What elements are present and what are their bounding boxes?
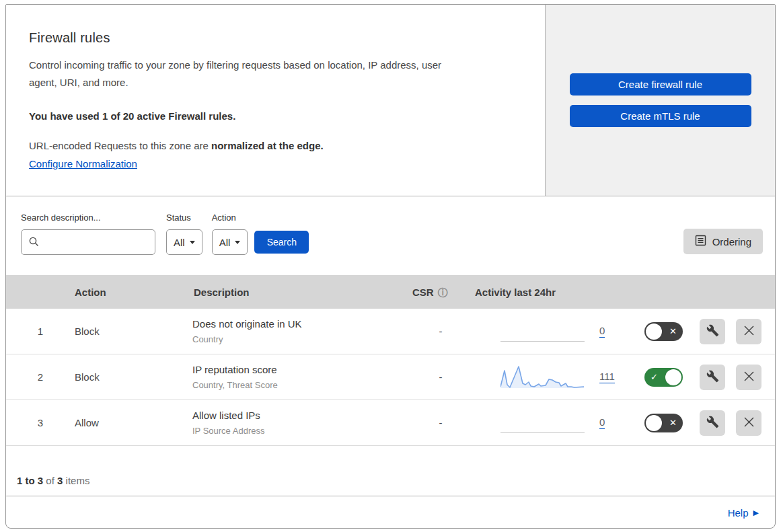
- edit-cell: [700, 319, 736, 344]
- search-label: Search description...: [21, 213, 155, 223]
- delete-cell: [736, 410, 775, 436]
- edit-cell: [700, 365, 736, 390]
- activity-sparkline: [500, 365, 585, 389]
- activity-sparkline-empty: [500, 411, 585, 435]
- firewall-rules-card: Firewall rules Control incoming traffic …: [5, 4, 776, 529]
- status-filter-group: Status All: [166, 213, 202, 255]
- items-text: items: [66, 475, 90, 486]
- delete-cell: [736, 319, 775, 344]
- activity-cell: 111: [470, 365, 644, 389]
- items-range: 1 to 3: [17, 475, 43, 486]
- close-icon: [743, 325, 755, 338]
- csr-header-label: CSR: [412, 287, 434, 298]
- action-selected-value: All: [219, 237, 231, 248]
- delete-cell: [736, 365, 775, 390]
- search-input[interactable]: [21, 229, 155, 255]
- toggle-cell: ✕: [644, 322, 700, 341]
- activity-count-link[interactable]: 0: [599, 325, 605, 338]
- sparkline-area: [500, 367, 584, 388]
- header-text-panel: Firewall rules Control incoming traffic …: [6, 5, 546, 196]
- ordering-button[interactable]: Ordering: [683, 229, 763, 254]
- search-group: Search description...: [21, 213, 155, 255]
- action-select[interactable]: All: [212, 229, 248, 255]
- rule-fields: IP Source Address: [192, 426, 411, 436]
- delete-rule-button[interactable]: [736, 365, 761, 390]
- action-filter-group: Action All: [212, 213, 248, 255]
- close-icon: [743, 416, 755, 430]
- activity-cell: 0: [470, 411, 644, 435]
- normalization-note: URL-encoded Requests to this zone are no…: [29, 140, 518, 151]
- close-icon: [743, 371, 755, 384]
- search-icon: [28, 236, 40, 250]
- toggle-on-check-icon: ✓: [650, 373, 658, 381]
- wrench-icon: [706, 416, 719, 430]
- rule-enabled-toggle[interactable]: ✓: [644, 368, 683, 387]
- actions-panel: Create firewall rule Create mTLS rule: [546, 5, 775, 196]
- rule-action: Block: [75, 371, 192, 383]
- rule-fields: Country: [192, 334, 411, 344]
- table-row: 1 Block Does not originate in UK Country…: [6, 309, 775, 354]
- header-section: Firewall rules Control incoming traffic …: [6, 5, 775, 196]
- rule-priority: 1: [6, 326, 75, 337]
- rule-csr: -: [411, 326, 470, 337]
- info-icon[interactable]: ⓘ: [438, 287, 448, 297]
- rule-description: IP reputation score Country, Threat Scor…: [192, 364, 411, 390]
- toggle-off-x-icon: ✕: [669, 418, 677, 427]
- edit-rule-button[interactable]: [700, 410, 725, 436]
- rule-action: Allow: [75, 417, 192, 428]
- rule-title: Allow listed IPs: [192, 410, 411, 421]
- rule-title: IP reputation score: [192, 364, 411, 375]
- items-total: 3: [57, 475, 63, 486]
- toggle-off-x-icon: ✕: [669, 327, 677, 336]
- description-column-header: Description: [192, 287, 411, 298]
- edit-rule-button[interactable]: [700, 319, 725, 344]
- table-row: 2 Block IP reputation score Country, Thr…: [6, 354, 775, 400]
- rule-description: Does not originate in UK Country: [192, 318, 411, 344]
- status-selected-value: All: [174, 237, 185, 248]
- table-header: Action Description CSR ⓘ Activity last 2…: [6, 275, 775, 309]
- toggle-knob: [646, 324, 662, 340]
- search-field-wrap: [21, 229, 155, 255]
- action-column-header: Action: [75, 287, 192, 298]
- activity-count-link[interactable]: 111: [599, 371, 615, 383]
- search-button[interactable]: Search: [254, 231, 309, 254]
- delete-rule-button[interactable]: [736, 319, 761, 344]
- rule-csr: -: [411, 417, 470, 428]
- rule-description: Allow listed IPs IP Source Address: [192, 410, 411, 436]
- toggle-cell: ✓: [644, 368, 700, 387]
- create-mtls-rule-button[interactable]: Create mTLS rule: [570, 105, 751, 127]
- toggle-knob: [646, 415, 662, 431]
- rule-fields: Country, Threat Score: [192, 380, 411, 390]
- status-label: Status: [166, 213, 202, 223]
- status-select[interactable]: All: [166, 229, 202, 255]
- rule-priority: 3: [6, 417, 75, 428]
- help-label: Help: [728, 507, 749, 519]
- help-bar: Help ▶: [6, 496, 775, 529]
- wrench-icon: [706, 324, 719, 339]
- normalization-bold: normalized at the edge.: [211, 140, 324, 151]
- rule-enabled-toggle[interactable]: ✕: [644, 322, 683, 341]
- ordering-list-icon: [695, 235, 706, 248]
- configure-normalization-link[interactable]: Configure Normalization: [29, 158, 137, 169]
- edit-cell: [700, 410, 736, 436]
- page-description: Control incoming traffic to your zone by…: [29, 56, 466, 91]
- rule-title: Does not originate in UK: [192, 318, 411, 330]
- ordering-label: Ordering: [712, 236, 751, 248]
- create-firewall-rule-button[interactable]: Create firewall rule: [570, 73, 751, 96]
- toggle-cell: ✕: [644, 414, 700, 432]
- usage-summary: You have used 1 of 20 active Firewall ru…: [29, 110, 518, 122]
- edit-rule-button[interactable]: [700, 365, 725, 390]
- of-text: of: [46, 475, 54, 486]
- activity-count-link[interactable]: 0: [599, 416, 605, 429]
- rule-action: Block: [75, 326, 192, 337]
- action-label: Action: [212, 213, 248, 223]
- pagination-summary: 1 to 3 of 3 items: [6, 446, 775, 496]
- activity-column-header: Activity last 24hr: [470, 287, 644, 298]
- page-title: Firewall rules: [29, 30, 518, 46]
- rule-csr: -: [411, 371, 470, 383]
- rule-enabled-toggle[interactable]: ✕: [644, 414, 683, 432]
- help-link[interactable]: Help ▶: [728, 507, 759, 519]
- toggle-knob: [665, 369, 681, 385]
- delete-rule-button[interactable]: [736, 410, 761, 436]
- filter-bar: Search description... Status All Action …: [6, 196, 775, 275]
